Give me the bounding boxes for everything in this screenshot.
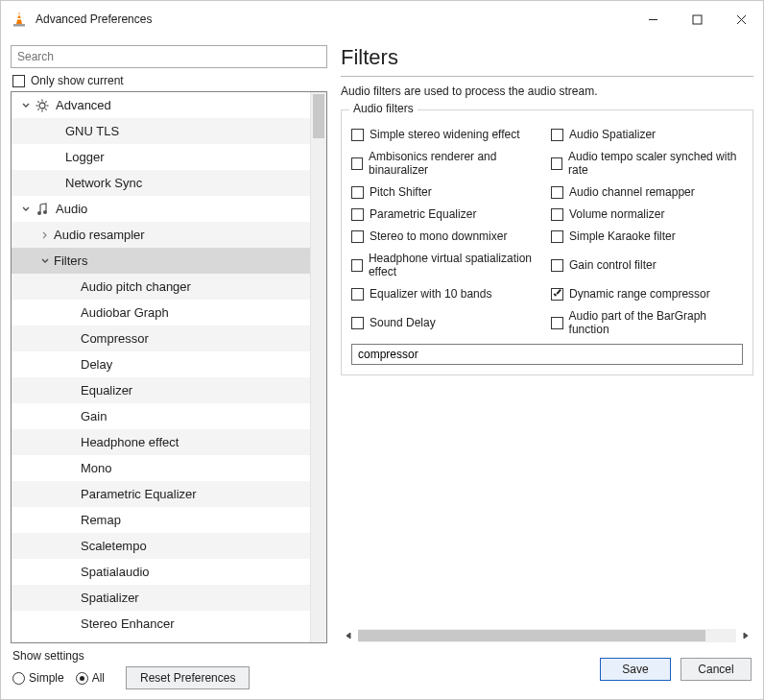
filter-checkbox-row[interactable]: Audio tempo scaler synched with rate xyxy=(551,150,743,177)
scroll-left-arrow-icon[interactable] xyxy=(343,630,354,641)
hscroll-track[interactable] xyxy=(358,629,736,642)
checkbox[interactable] xyxy=(351,129,364,141)
filter-label: Simple Karaoke filter xyxy=(569,229,676,243)
filters-text-input[interactable] xyxy=(351,344,743,365)
tree-item-audio-resampler[interactable]: Audio resampler xyxy=(12,222,310,248)
checkbox[interactable] xyxy=(351,317,364,329)
reset-preferences-button[interactable]: Reset Preferences xyxy=(126,666,250,689)
checkbox[interactable] xyxy=(551,259,563,272)
filter-label: Pitch Shifter xyxy=(370,185,432,199)
tree-item-filter-12[interactable]: Spatializer xyxy=(12,585,310,611)
tree-item-filter-6[interactable]: Headphone effect xyxy=(12,429,310,455)
tree-item-filter-10[interactable]: Scaletempo xyxy=(12,533,310,559)
filter-checkbox-row[interactable]: Ambisonics renderer and binauralizer xyxy=(351,150,543,177)
filter-checkbox-row[interactable]: Parametric Equalizer xyxy=(351,207,543,221)
filter-checkbox-row[interactable]: Headphone virtual spatialization effect xyxy=(351,252,543,278)
checkbox[interactable] xyxy=(551,230,563,243)
tree-item-filter-8[interactable]: Parametric Equalizer xyxy=(12,481,310,507)
filter-checkbox-row[interactable]: Gain control filter xyxy=(551,252,743,278)
tree-item-filter-7[interactable]: Mono xyxy=(12,455,310,481)
filter-label: Volume normalizer xyxy=(569,207,664,221)
hscroll-thumb[interactable] xyxy=(358,630,705,641)
filter-checkbox-row[interactable]: Dynamic range compressor xyxy=(551,287,743,301)
checkbox[interactable] xyxy=(351,288,364,301)
tree-item-filter-3[interactable]: Delay xyxy=(12,351,310,377)
checkbox[interactable] xyxy=(351,157,363,170)
checkbox[interactable] xyxy=(551,208,563,221)
checkbox[interactable] xyxy=(551,186,563,199)
radio-all[interactable]: All xyxy=(76,671,105,685)
tree-item-filter-0[interactable]: Audio pitch changer xyxy=(12,274,310,300)
search-input[interactable] xyxy=(11,45,327,68)
svg-rect-4 xyxy=(693,15,702,24)
tree-item-filter-1[interactable]: Audiobar Graph xyxy=(12,300,310,326)
filter-checkbox-row[interactable]: Audio part of the BarGraph function xyxy=(551,309,743,336)
title-separator xyxy=(341,76,753,77)
filter-checkbox-row[interactable]: Simple Karaoke filter xyxy=(551,229,743,243)
cancel-button[interactable]: Cancel xyxy=(680,658,752,681)
svg-point-17 xyxy=(43,210,47,214)
maximize-button[interactable] xyxy=(675,4,719,35)
filter-checkbox-row[interactable]: Sound Delay xyxy=(351,309,543,336)
tree-item-network-sync[interactable]: Network Sync xyxy=(12,170,310,196)
tree-item-advanced[interactable]: Advanced xyxy=(12,92,310,118)
minimize-button[interactable] xyxy=(631,4,675,35)
radio-all-label: All xyxy=(92,671,105,685)
checkbox[interactable] xyxy=(351,208,364,221)
filter-checkbox-row[interactable]: Equalizer with 10 bands xyxy=(351,287,543,301)
filter-label: Stereo to mono downmixer xyxy=(370,229,507,243)
checkbox[interactable] xyxy=(551,317,563,329)
tree-item-filter-9[interactable]: Remap xyxy=(12,507,310,533)
only-show-current-checkbox[interactable] xyxy=(12,75,25,87)
only-show-current-row[interactable]: Only show current xyxy=(12,74,327,87)
tree-item-label: Gain xyxy=(81,409,107,423)
footer: Show settings Simple All Reset Preferenc… xyxy=(1,649,763,699)
svg-rect-1 xyxy=(17,14,21,15)
filter-checkbox-row[interactable]: Audio channel remapper xyxy=(551,185,743,199)
filter-checkbox-row[interactable]: Simple stereo widening effect xyxy=(351,128,543,141)
tree-item-filter-2[interactable]: Compressor xyxy=(12,326,310,351)
chevron-down-icon[interactable] xyxy=(38,254,52,268)
tree-item-label: GNU TLS xyxy=(65,124,119,138)
tree-item-label: Stereo Enhancer xyxy=(81,616,175,631)
checkbox[interactable] xyxy=(551,157,562,170)
tree-item-filter-13[interactable]: Stereo Enhancer xyxy=(12,611,310,637)
radio-all-circle[interactable] xyxy=(76,672,88,685)
svg-line-13 xyxy=(45,109,46,109)
left-panel: Only show current AdvancedGNU TLSLoggerN… xyxy=(11,45,327,643)
content-area: Only show current AdvancedGNU TLSLoggerN… xyxy=(1,37,763,649)
settings-tree: AdvancedGNU TLSLoggerNetwork SyncAudioAu… xyxy=(11,91,327,643)
checkbox[interactable] xyxy=(551,288,563,301)
checkbox[interactable] xyxy=(351,230,364,243)
filter-checkbox-row[interactable]: Pitch Shifter xyxy=(351,185,543,199)
checkbox[interactable] xyxy=(351,186,364,199)
tree-item-audio[interactable]: Audio xyxy=(12,196,310,222)
filter-checkbox-row[interactable]: Stereo to mono downmixer xyxy=(351,229,543,243)
tree-item-filter-5[interactable]: Gain xyxy=(12,403,310,429)
horizontal-scrollbar[interactable] xyxy=(341,627,753,643)
close-button[interactable] xyxy=(719,4,763,35)
filter-label: Headphone virtual spatialization effect xyxy=(369,252,543,278)
scrollbar-thumb[interactable] xyxy=(313,94,324,138)
checkbox[interactable] xyxy=(351,259,363,272)
save-button[interactable]: Save xyxy=(600,658,671,681)
radio-simple[interactable]: Simple xyxy=(12,671,64,685)
tree-item-label: Headphone effect xyxy=(81,435,179,449)
scroll-right-arrow-icon[interactable] xyxy=(740,630,752,641)
radio-simple-circle[interactable] xyxy=(12,672,25,685)
vertical-scrollbar[interactable] xyxy=(310,92,326,642)
checkbox[interactable] xyxy=(551,129,563,141)
filter-checkbox-row[interactable]: Audio Spatializer xyxy=(551,128,743,141)
tree-item-filter-11[interactable]: Spatialaudio xyxy=(12,559,310,585)
tree-item-filters[interactable]: Filters xyxy=(12,248,310,274)
tree-item-gnu-tls[interactable]: GNU TLS xyxy=(12,118,310,144)
chevron-down-icon[interactable] xyxy=(19,99,33,112)
tree-item-label: Remap xyxy=(81,513,121,527)
filter-checkbox-row[interactable]: Volume normalizer xyxy=(551,207,743,221)
tree-item-logger[interactable]: Logger xyxy=(12,144,310,170)
page-description: Audio filters are used to process the au… xyxy=(341,84,753,98)
chevron-right-icon[interactable] xyxy=(38,229,52,242)
chevron-down-icon[interactable] xyxy=(19,203,33,216)
filter-label: Equalizer with 10 bands xyxy=(370,287,491,301)
tree-item-filter-4[interactable]: Equalizer xyxy=(12,377,310,403)
